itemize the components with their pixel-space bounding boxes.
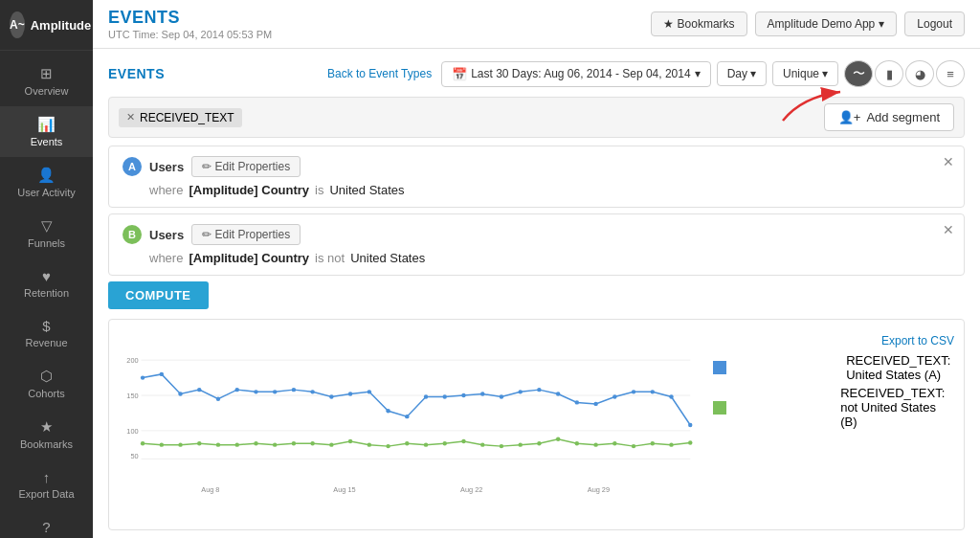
add-segment-person-icon: 👤+ — [838, 110, 861, 124]
svg-point-35 — [556, 392, 560, 395]
svg-point-20 — [273, 390, 277, 393]
svg-point-46 — [197, 441, 201, 445]
svg-text:Aug 15: Aug 15 — [333, 485, 355, 494]
svg-point-29 — [443, 394, 447, 398]
svg-point-66 — [575, 441, 579, 445]
svg-point-60 — [461, 439, 465, 443]
svg-point-45 — [178, 442, 182, 446]
user-activity-icon: 👤 — [37, 167, 56, 184]
svg-point-59 — [443, 441, 447, 445]
svg-point-65 — [556, 437, 560, 441]
svg-point-47 — [216, 442, 220, 446]
add-segment-button[interactable]: 👤+ Add segment — [824, 103, 954, 131]
svg-point-42 — [688, 423, 692, 427]
calendar-icon: 📅 — [452, 67, 467, 81]
sidebar-item-cohorts[interactable]: ⬡ Cohorts — [0, 358, 93, 409]
app-selector-chevron-icon: ▾ — [879, 17, 884, 31]
svg-point-50 — [273, 442, 277, 446]
chart-type-line-button[interactable]: 〜 — [844, 60, 873, 87]
sidebar-item-revenue[interactable]: $ Revenue — [0, 308, 93, 358]
tag-close-icon[interactable]: ✕ — [126, 111, 135, 123]
sidebar-item-revenue-label: Revenue — [25, 337, 67, 348]
events-icon: 📊 — [37, 116, 56, 133]
export-csv-link[interactable]: Export to CSV — [881, 334, 954, 347]
sidebar-item-funnels[interactable]: ▽ Funnels — [0, 208, 93, 258]
received-text-tag: ✕ RECEIVED_TEXT — [119, 108, 242, 127]
sidebar-item-bookmarks[interactable]: ★ Bookmarks — [0, 409, 93, 460]
svg-point-70 — [651, 441, 655, 445]
cohorts-icon: ⬡ — [40, 368, 53, 385]
svg-point-30 — [461, 393, 465, 397]
add-segment-label: Add segment — [866, 110, 940, 124]
svg-point-40 — [651, 390, 655, 393]
legend-item-b: RECEIVED_TEXT: not United States (B) — [713, 386, 954, 429]
legend-b-color — [713, 401, 836, 415]
segment-b-where-label: where — [149, 251, 183, 265]
segment-a-edit-properties-button[interactable]: ✏ Edit Properties — [191, 156, 301, 177]
sidebar-item-export-data[interactable]: ↑ Export Data — [0, 460, 93, 509]
sidebar-item-retention[interactable]: ♥ Retention — [0, 258, 93, 308]
svg-point-57 — [405, 441, 409, 445]
sidebar-item-events[interactable]: 📊 Events — [0, 106, 93, 157]
sidebar-item-funnels-label: Funnels — [28, 237, 65, 249]
svg-point-48 — [235, 442, 239, 446]
svg-point-38 — [612, 394, 616, 398]
chart-type-buttons: 〜 ▮ ◕ ≡ — [844, 60, 965, 87]
svg-point-67 — [593, 442, 597, 446]
chart-type-bar-button[interactable]: ▮ — [875, 60, 903, 87]
sidebar-item-user-activity[interactable]: 👤 User Activity — [0, 157, 93, 208]
tag-label: RECEIVED_TEXT — [140, 111, 234, 124]
segment-a-header: A Users ✏ Edit Properties — [122, 156, 950, 177]
svg-text:Aug 8: Aug 8 — [201, 485, 219, 494]
sidebar-item-cohorts-label: Cohorts — [28, 388, 65, 399]
bookmarks-nav-icon: ★ — [40, 418, 53, 436]
content-area: EVENTS Back to Event Types 📅 Last 30 Day… — [93, 49, 980, 538]
metric-button[interactable]: Unique ▾ — [772, 61, 838, 86]
segment-b-users: Users — [149, 228, 184, 242]
overview-icon: ⊞ — [40, 65, 53, 82]
svg-point-32 — [500, 394, 503, 398]
svg-point-21 — [292, 388, 296, 392]
sidebar-item-query[interactable]: ? Query — [0, 509, 93, 538]
metric-label: Unique — [783, 67, 819, 80]
granularity-button[interactable]: Day ▾ — [717, 61, 767, 86]
segment-a-value: United States — [329, 183, 404, 197]
segment-b-close-button[interactable]: ✕ — [943, 222, 954, 237]
legend-item-a: RECEIVED_TEXT: United States (A) — [713, 353, 954, 382]
main-content: EVENTS UTC Time: Sep 04, 2014 05:53 PM ★… — [93, 0, 980, 538]
bookmarks-button[interactable]: ★ Bookmarks — [651, 11, 746, 36]
svg-point-69 — [632, 444, 635, 448]
date-range-button[interactable]: 📅 Last 30 Days: Aug 06, 2014 - Sep 04, 2… — [441, 61, 711, 87]
events-section-title: EVENTS — [108, 66, 165, 81]
svg-point-19 — [254, 390, 257, 393]
sidebar-item-overview[interactable]: ⊞ Overview — [0, 56, 93, 106]
svg-text:Aug 22: Aug 22 — [460, 485, 482, 494]
back-to-event-types-link[interactable]: Back to Event Types — [327, 67, 432, 80]
svg-point-54 — [348, 439, 352, 443]
logout-button[interactable]: Logout — [904, 11, 965, 36]
svg-point-44 — [160, 442, 164, 446]
compute-button[interactable]: COMPUTE — [108, 281, 209, 309]
segment-b-edit-properties-button[interactable]: ✏ Edit Properties — [191, 224, 301, 245]
segment-b-box: B Users ✏ Edit Properties where [Amplitu… — [108, 213, 965, 276]
svg-point-14 — [160, 372, 164, 376]
granularity-chevron-icon: ▾ — [750, 67, 756, 80]
svg-text:200: 200 — [126, 356, 138, 365]
app-selector-button[interactable]: Amplitude Demo App ▾ — [755, 11, 898, 36]
toolbar-right: Back to Event Types 📅 Last 30 Days: Aug … — [327, 60, 965, 87]
svg-point-24 — [348, 392, 352, 395]
chart-legend: Export to CSV RECEIVED_TEXT: United Stat… — [713, 329, 954, 429]
logo-icon: A~ — [10, 11, 25, 38]
svg-point-56 — [386, 444, 390, 448]
chart-area: 200 150 100 50 Aug 8 — [108, 319, 965, 530]
app-selector-label: Amplitude Demo App — [768, 17, 876, 31]
svg-rect-74 — [713, 401, 726, 415]
chart-type-list-button[interactable]: ≡ — [936, 60, 965, 87]
svg-point-27 — [405, 415, 409, 418]
svg-point-41 — [669, 394, 673, 398]
segment-a-close-button[interactable]: ✕ — [943, 154, 954, 169]
chart-type-pie-button[interactable]: ◕ — [905, 60, 934, 87]
svg-point-34 — [537, 388, 541, 392]
revenue-icon: $ — [42, 318, 50, 334]
segment-a-property: [Amplitude] Country — [189, 183, 309, 197]
